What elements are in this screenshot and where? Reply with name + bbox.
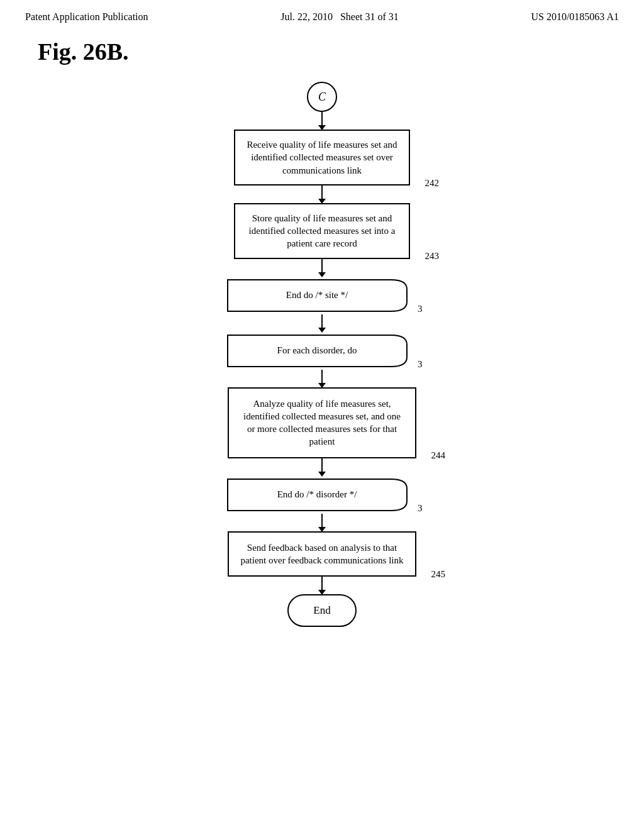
node-370-svg: End do /* disorder */ 370 <box>221 476 423 514</box>
node-243-row: Store quality of life measures set and i… <box>234 203 410 259</box>
arrow-7 <box>321 514 323 531</box>
svg-text:368: 368 <box>418 359 423 369</box>
node-245-box: Send feedback based on analysis to that … <box>228 531 416 577</box>
end-oval: End <box>287 594 357 627</box>
node-244-box: Analyze quality of life measures set, id… <box>228 387 416 458</box>
node-242-box: Receive quality of life measures set and… <box>234 130 410 185</box>
svg-text:370: 370 <box>418 503 423 513</box>
svg-text:For each disorder, do: For each disorder, do <box>277 345 357 355</box>
node-244-label: 244 <box>431 449 446 462</box>
node-245-label: 245 <box>431 568 446 580</box>
svg-text:End do  /* site */: End do /* site */ <box>286 290 348 300</box>
svg-text:End do  /* disorder */: End do /* disorder */ <box>277 489 357 499</box>
node-243-box: Store quality of life measures set and i… <box>234 203 410 259</box>
header-patent-number: US 2010/0185063 A1 <box>531 11 619 23</box>
page-header: Patent Application Publication Jul. 22, … <box>0 0 644 29</box>
node-242-row: Receive quality of life measures set and… <box>234 130 410 185</box>
node-242-label: 242 <box>425 177 440 189</box>
connector-c: C <box>307 82 337 112</box>
node-367-row: End do /* site */ 367 <box>221 277 423 314</box>
node-244-row: Analyze quality of life measures set, id… <box>228 387 416 458</box>
node-368-row: For each disorder, do 368 <box>221 332 423 370</box>
arrow-4 <box>321 314 323 332</box>
header-date-sheet: Jul. 22, 2010 Sheet 31 of 31 <box>280 11 399 23</box>
figure-label: Fig. 26B. <box>38 38 129 65</box>
node-245-row: Send feedback based on analysis to that … <box>228 531 416 577</box>
arrow-2 <box>321 185 323 203</box>
arrow-1 <box>321 112 323 130</box>
svg-text:367: 367 <box>418 304 423 314</box>
header-publication: Patent Application Publication <box>25 11 148 23</box>
arrow-5 <box>321 370 323 387</box>
node-243-label: 243 <box>425 250 440 262</box>
connector-c-row: C <box>307 82 337 112</box>
arrow-6 <box>321 458 323 476</box>
node-368-svg: For each disorder, do 368 <box>221 332 423 370</box>
arrow-8 <box>321 577 323 594</box>
arrow-3 <box>321 259 323 277</box>
node-370-row: End do /* disorder */ 370 <box>221 476 423 514</box>
node-367-svg: End do /* site */ 367 <box>221 277 423 314</box>
flowchart-diagram: C Receive quality of life measures set a… <box>0 82 644 627</box>
